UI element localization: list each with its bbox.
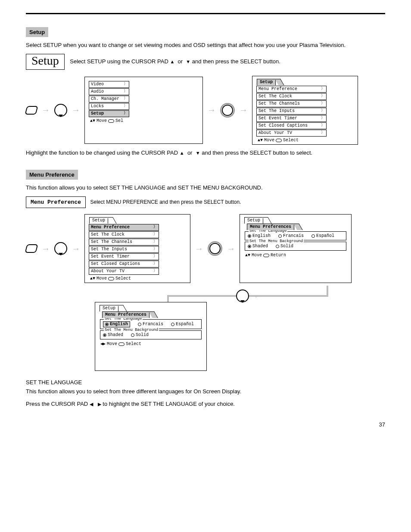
menu-row[interactable]: Menu Preference〉 bbox=[256, 86, 327, 93]
menu-row[interactable]: Audio〉 bbox=[89, 88, 129, 95]
radio-dot-icon bbox=[276, 245, 279, 248]
chevron-right-icon: 〉 bbox=[124, 104, 128, 109]
menu-row[interactable]: Set The Clock〉 bbox=[89, 231, 159, 238]
radio-dot-icon bbox=[278, 234, 282, 238]
menu-row[interactable]: Set The Channels〉 bbox=[256, 100, 327, 107]
menu-row[interactable]: Menu Preference〉 bbox=[89, 224, 159, 231]
radio-dot-icon bbox=[105, 323, 109, 326]
radio-option[interactable]: Solid bbox=[131, 333, 149, 338]
chevron-right-icon: 〉 bbox=[153, 269, 157, 274]
arrow-icon: → bbox=[41, 105, 50, 115]
flow-row-2: → → SetupMenu Preference〉Set The Clock〉S… bbox=[26, 214, 385, 283]
radio-option[interactable]: Español bbox=[171, 321, 194, 327]
menu-row[interactable]: Video〉 bbox=[89, 81, 129, 88]
menu-tab[interactable]: Setup bbox=[89, 217, 108, 224]
radio-label: Español bbox=[316, 233, 334, 239]
chevron-right-icon: 〉 bbox=[153, 232, 157, 237]
up-triangle-icon: ▲ bbox=[180, 150, 184, 156]
chevron-right-icon: 〉 bbox=[124, 89, 128, 94]
select-button-icon bbox=[208, 241, 222, 256]
sub-intro: This function allows you to select SET T… bbox=[26, 184, 385, 192]
breadcrumb-tab[interactable]: Setup bbox=[244, 217, 263, 224]
chevron-right-icon: 〉 bbox=[321, 131, 325, 135]
arrow-icon: → bbox=[239, 105, 248, 115]
menu-row[interactable]: Set Event Timer〉 bbox=[256, 115, 327, 122]
pref-screen-a: SetupMenu PreferencesSet The LanguageEng… bbox=[240, 214, 352, 283]
para2-part2: and then press the SELECT button to sele… bbox=[202, 149, 312, 156]
radio-label: Shaded bbox=[252, 244, 268, 249]
intro-paragraph: Select SETUP when you want to change or … bbox=[26, 41, 385, 50]
radio-dot-icon bbox=[248, 234, 251, 238]
menu-row[interactable]: Set Closed Captions〉 bbox=[256, 122, 327, 129]
menu-row[interactable]: About Your TV〉 bbox=[256, 130, 327, 137]
main-menu-screen: Video〉Audio〉Ch. Manager〉Locks〉Setup〉▲▼ M… bbox=[84, 77, 203, 144]
lang-para-2: Press the CURSOR PAD ◀ ▶ to highlight th… bbox=[26, 400, 385, 408]
lang-para-1: This function allows you to select from … bbox=[26, 388, 385, 396]
arrow-icon: ← bbox=[253, 291, 262, 301]
breadcrumb-tab[interactable]: Menu Preferences bbox=[247, 224, 294, 230]
lang-para-2b: to highlight the SET THE LANGUAGE of you… bbox=[103, 401, 235, 407]
arrow-icon: → bbox=[227, 244, 235, 254]
menu-row[interactable]: Set Event Timer〉 bbox=[89, 253, 159, 260]
chevron-right-icon: 〉 bbox=[321, 94, 325, 99]
chevron-right-icon: 〉 bbox=[321, 109, 325, 113]
radio-option[interactable]: English bbox=[248, 233, 271, 239]
arrow-icon: → bbox=[207, 105, 216, 115]
up-triangle-icon: ▲ bbox=[170, 59, 174, 64]
setup-box: Setup bbox=[26, 54, 65, 70]
menu-row[interactable]: Set Closed Captions〉 bbox=[89, 261, 159, 268]
down-triangle-icon: ▼ bbox=[196, 150, 200, 156]
menu-row[interactable]: Set The Inputs〉 bbox=[256, 108, 327, 115]
radio-label: Shaded bbox=[108, 333, 123, 338]
menu-row[interactable]: Setup〉 bbox=[89, 110, 129, 117]
pref-screen-b: SetupMenu PreferencesSet The LanguageEng… bbox=[95, 302, 207, 371]
menu-row[interactable]: Locks〉 bbox=[89, 103, 129, 110]
lang-title: SET THE LANGUAGE bbox=[26, 379, 385, 387]
right-triangle-icon: ▶ bbox=[98, 401, 101, 407]
menu-row[interactable]: Set The Clock〉 bbox=[256, 93, 327, 100]
radio-option[interactable]: Shaded bbox=[103, 333, 123, 338]
radio-label: Francais bbox=[143, 322, 163, 327]
menu-button-icon bbox=[25, 244, 38, 253]
radio-label: Solid bbox=[280, 244, 293, 249]
radio-option[interactable]: English bbox=[103, 321, 130, 327]
menu-row[interactable]: Set The Inputs〉 bbox=[89, 246, 159, 253]
setup-menu-screen-highlight: SetupMenu Preference〉Set The Clock〉Set T… bbox=[84, 214, 190, 283]
arrow-icon: → bbox=[72, 244, 80, 254]
radio-dot-icon bbox=[131, 333, 134, 337]
radio-option[interactable]: Shaded bbox=[248, 244, 268, 249]
radio-option[interactable]: Solid bbox=[276, 244, 293, 249]
sub-after-text: Select MENU PREFERENCE and then press th… bbox=[90, 199, 241, 205]
arrow-icon: → bbox=[72, 105, 80, 115]
radio-option[interactable]: Francais bbox=[278, 233, 304, 239]
hint-row: ▲▼ Move Select bbox=[256, 137, 327, 144]
after-setup-text: Select SETUP using the CURSOR PAD ▲ or ▼… bbox=[70, 58, 280, 65]
fieldset-legend: Set The Menu Background bbox=[104, 328, 159, 333]
radio-dot-icon bbox=[311, 234, 315, 238]
breadcrumb-tab[interactable]: Menu Preferences bbox=[102, 311, 149, 318]
chevron-right-icon: 〉 bbox=[321, 116, 325, 121]
breadcrumb-tab[interactable]: Setup bbox=[100, 305, 118, 311]
chevron-right-icon: 〉 bbox=[124, 111, 128, 116]
dpad-down-icon bbox=[54, 104, 67, 117]
chevron-right-icon: 〉 bbox=[124, 82, 128, 87]
arrow-icon: → bbox=[41, 244, 50, 254]
after-setup-text-2: and then press the SELECT button. bbox=[192, 58, 280, 65]
para2-part1: Highlight the function to be changed usi… bbox=[26, 149, 180, 156]
left-triangle-icon: ◀ bbox=[90, 401, 93, 407]
hint-row: ▲▼ Move Select bbox=[88, 275, 159, 282]
radio-option[interactable]: Español bbox=[311, 233, 334, 239]
radio-label: English bbox=[252, 233, 271, 239]
chevron-right-icon: 〉 bbox=[153, 261, 157, 266]
radio-dot-icon bbox=[171, 323, 174, 326]
background-fieldset: Set The Menu BackgroundShadedSolid bbox=[100, 330, 202, 339]
menu-row[interactable]: Set The Channels〉 bbox=[89, 239, 159, 246]
menu-row[interactable]: About Your TV〉 bbox=[89, 268, 159, 275]
menu-tab[interactable]: Setup bbox=[257, 79, 276, 85]
select-pill-icon bbox=[108, 119, 114, 123]
background-fieldset: Set The Menu BackgroundShadedSolid bbox=[245, 242, 346, 251]
menu-row[interactable]: Ch. Manager〉 bbox=[89, 96, 129, 103]
radio-dot-icon bbox=[248, 245, 251, 248]
radio-option[interactable]: Francais bbox=[138, 321, 163, 327]
radio-label: Español bbox=[176, 322, 194, 327]
